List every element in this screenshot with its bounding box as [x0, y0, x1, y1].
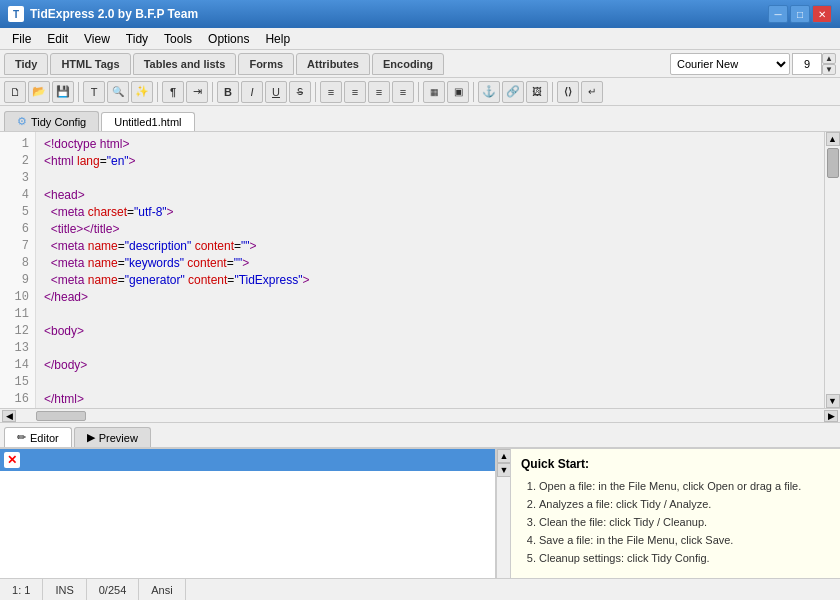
qs-scroll-down[interactable]: ▼: [497, 463, 511, 477]
editor-inner: 1 2 3 4 5 6 7 8 9 10 11 12 13 14 15 16 <…: [0, 132, 840, 422]
maximize-button[interactable]: □: [790, 5, 810, 23]
save-button[interactable]: 💾: [52, 81, 74, 103]
horizontal-scrollbar[interactable]: ◀ ▶: [0, 408, 840, 422]
preview-tab-label: Preview: [99, 432, 138, 444]
preview-tab-icon: ▶: [87, 431, 95, 444]
menu-help[interactable]: Help: [257, 30, 298, 48]
align-left-button[interactable]: ≡: [320, 81, 342, 103]
window-controls: ─ □ ✕: [768, 5, 832, 23]
btab-editor[interactable]: ✏ Editor: [4, 427, 72, 447]
menu-edit[interactable]: Edit: [39, 30, 76, 48]
anchor-button[interactable]: ⚓: [478, 81, 500, 103]
tab-untitled1[interactable]: Untitled1.html: [101, 112, 194, 131]
sep2: [157, 82, 158, 102]
btab-preview[interactable]: ▶ Preview: [74, 427, 151, 447]
tab-tables-lists[interactable]: Tables and lists: [133, 53, 237, 75]
editor-content: 1 2 3 4 5 6 7 8 9 10 11 12 13 14 15 16 <…: [0, 132, 824, 408]
error-header: ✕: [0, 449, 495, 471]
sep5: [418, 82, 419, 102]
tab-html-tags[interactable]: HTML Tags: [50, 53, 130, 75]
font-size-input[interactable]: [792, 53, 822, 75]
qs-item-1: Open a file: in the File Menu, click Ope…: [539, 477, 830, 495]
paragraph-button[interactable]: ¶: [162, 81, 184, 103]
minimize-button[interactable]: ─: [768, 5, 788, 23]
vscroll-down[interactable]: ▼: [826, 394, 840, 408]
hscroll-thumb[interactable]: [36, 411, 86, 421]
app-title: TidExpress 2.0 by B.F.P Team: [30, 7, 768, 21]
menubar: File Edit View Tidy Tools Options Help: [0, 28, 840, 50]
underline-button[interactable]: U: [265, 81, 287, 103]
font-controls: Courier New Arial Times New Roman ▲ ▼: [670, 53, 836, 75]
qs-item-3: Clean the file: click Tidy / Cleanup.: [539, 513, 830, 531]
editor-scroll-area: 1 2 3 4 5 6 7 8 9 10 11 12 13 14 15 16 <…: [0, 132, 840, 408]
toolbar1: Tidy HTML Tags Tables and lists Forms At…: [0, 50, 840, 78]
tab-encoding[interactable]: Encoding: [372, 53, 444, 75]
bold-button[interactable]: B: [217, 81, 239, 103]
toolbar2: 🗋 📂 💾 T 🔍 ✨ ¶ ⇥ B I U S̶ ≡ ≡ ≡ ≡ ▦ ▣ ⚓ 🔗…: [0, 78, 840, 106]
vscroll-up[interactable]: ▲: [826, 132, 840, 146]
wordwrap-button[interactable]: ↵: [581, 81, 603, 103]
tab-tidy-config[interactable]: ⚙ Tidy Config: [4, 111, 99, 131]
qs-scroll-up[interactable]: ▲: [497, 449, 511, 463]
strike-button[interactable]: S̶: [289, 81, 311, 103]
hscroll-left[interactable]: ◀: [2, 410, 16, 422]
qs-scrollbar[interactable]: ▲ ▼: [496, 449, 510, 578]
tab-tidy[interactable]: Tidy: [4, 53, 48, 75]
status-line-col: 1: 1: [0, 579, 43, 600]
document-tabs: ⚙ Tidy Config Untitled1.html: [0, 106, 840, 132]
font-size-down[interactable]: ▼: [822, 64, 836, 75]
sep1: [78, 82, 79, 102]
menu-tidy[interactable]: Tidy: [118, 30, 156, 48]
tidy-button[interactable]: T: [83, 81, 105, 103]
color-button[interactable]: ▣: [447, 81, 469, 103]
editor-tab-icon: ✏: [17, 431, 26, 444]
app-icon: T: [8, 6, 24, 22]
vscroll-thumb[interactable]: [827, 148, 839, 178]
code-button[interactable]: ⟨⟩: [557, 81, 579, 103]
error-icon: ✕: [4, 452, 20, 468]
bottom-tabs: ✏ Editor ▶ Preview: [0, 422, 840, 448]
italic-button[interactable]: I: [241, 81, 263, 103]
hscroll-right[interactable]: ▶: [824, 410, 838, 422]
indent-button[interactable]: ⇥: [186, 81, 208, 103]
link-button[interactable]: 🔗: [502, 81, 524, 103]
tidy-config-label: Tidy Config: [31, 116, 86, 128]
quickstart-list: Open a file: in the File Menu, click Ope…: [521, 477, 830, 567]
error-list: ✕: [0, 449, 496, 578]
align-center-button[interactable]: ≡: [344, 81, 366, 103]
open-button[interactable]: 📂: [28, 81, 50, 103]
tab-forms[interactable]: Forms: [238, 53, 294, 75]
new-button[interactable]: 🗋: [4, 81, 26, 103]
line-numbers: 1 2 3 4 5 6 7 8 9 10 11 12 13 14 15 16: [0, 132, 36, 408]
statusbar: 1: 1 INS 0/254 Ansi: [0, 578, 840, 600]
status-chars: 0/254: [87, 579, 140, 600]
menu-tools[interactable]: Tools: [156, 30, 200, 48]
menu-view[interactable]: View: [76, 30, 118, 48]
sep4: [315, 82, 316, 102]
table-button[interactable]: ▦: [423, 81, 445, 103]
menu-options[interactable]: Options: [200, 30, 257, 48]
sep7: [552, 82, 553, 102]
font-size-up[interactable]: ▲: [822, 53, 836, 64]
font-select[interactable]: Courier New Arial Times New Roman: [670, 53, 790, 75]
cleanup-button[interactable]: ✨: [131, 81, 153, 103]
sep3: [212, 82, 213, 102]
close-button[interactable]: ✕: [812, 5, 832, 23]
sep6: [473, 82, 474, 102]
align-right-button[interactable]: ≡: [368, 81, 390, 103]
quickstart-title: Quick Start:: [521, 457, 830, 471]
vertical-scrollbar[interactable]: ▲ ▼: [824, 132, 840, 408]
qs-item-2: Analyzes a file: click Tidy / Analyze.: [539, 495, 830, 513]
image-button[interactable]: 🖼: [526, 81, 548, 103]
main-layout: File Edit View Tidy Tools Options Help T…: [0, 28, 840, 600]
tidy-config-icon: ⚙: [17, 115, 27, 128]
untitled1-label: Untitled1.html: [114, 116, 181, 128]
quickstart-panel: Quick Start: Open a file: in the File Me…: [510, 449, 840, 578]
menu-file[interactable]: File: [4, 30, 39, 48]
code-editor[interactable]: <!doctype html> <html lang="en"> <head> …: [36, 132, 824, 408]
analyze-button[interactable]: 🔍: [107, 81, 129, 103]
status-encoding: Ansi: [139, 579, 185, 600]
justify-button[interactable]: ≡: [392, 81, 414, 103]
tab-attributes[interactable]: Attributes: [296, 53, 370, 75]
bottom-panel: ✕ ▲ ▼ Quick Start: Open a file: in the F…: [0, 448, 840, 578]
